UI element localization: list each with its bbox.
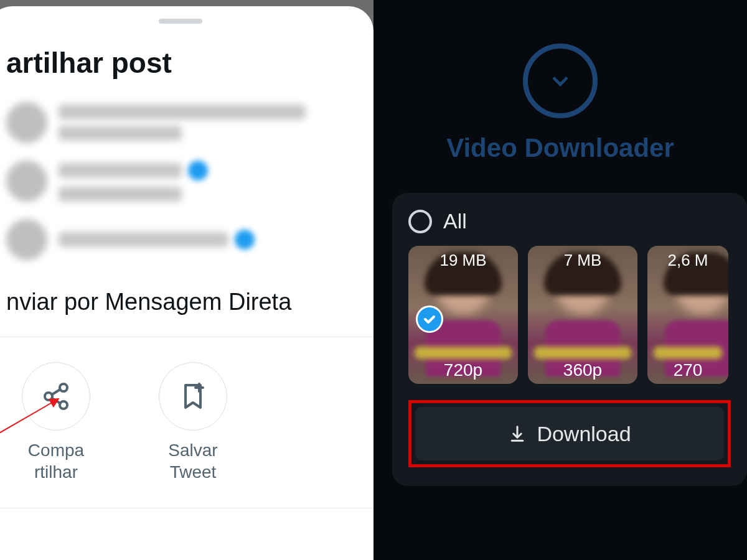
contact-avatar [6,219,47,260]
selected-check-icon [416,306,443,333]
share-actions: Compa rtilhar Salvar Tweet [0,337,374,508]
contact-avatar [6,102,47,143]
save-tweet-label: Salvar Tweet [143,439,243,483]
resolution-label: 270 [647,360,728,380]
bookmark-add-icon [178,381,208,411]
download-circle-icon [523,44,598,118]
file-size-label: 19 MB [408,251,518,270]
contact-row[interactable] [6,219,367,260]
contact-name-blurred [59,232,228,247]
sheet-drag-handle[interactable] [159,19,202,24]
contact-name-blurred [59,163,182,178]
resolution-label: 720p [408,360,518,380]
contact-sub-blurred [59,187,182,202]
download-options-card: All 19 MB 720p 7 MB 360p 2,6 M 270 [392,193,747,486]
file-size-label: 2,6 M [647,251,728,270]
file-size-label: 7 MB [528,251,637,270]
share-via-button[interactable]: Compa rtilhar [6,362,106,483]
contact-row[interactable] [6,102,367,143]
select-all-radio[interactable] [408,210,432,233]
contact-sub-blurred [59,126,182,141]
download-button-highlight: Download [408,400,731,467]
share-sheet: artilhar post [0,6,374,560]
share-sheet-screenshot: artilhar post [0,0,374,560]
contact-avatar [6,161,47,202]
contact-row[interactable] [6,161,367,202]
verified-badge-blurred [235,230,255,250]
share-via-label: Compa rtilhar [6,439,106,483]
quality-option-270p[interactable]: 2,6 M 270 [647,246,728,384]
verified-badge-blurred [188,161,208,180]
app-header: Video Downloader [374,0,747,163]
send-via-dm-button[interactable]: nviar por Mensagem Direta [0,278,374,337]
quality-option-360p[interactable]: 7 MB 360p [528,246,637,384]
quality-thumbnails: 19 MB 720p 7 MB 360p 2,6 M 270 [408,246,731,384]
app-title: Video Downloader [374,133,747,163]
select-all-row[interactable]: All [408,209,731,233]
download-button-label: Download [537,422,631,446]
resolution-label: 360p [528,360,637,380]
download-icon [508,424,527,443]
save-tweet-button[interactable]: Salvar Tweet [143,362,243,483]
contact-name-blurred [59,105,306,119]
download-button[interactable]: Download [415,407,724,460]
quality-option-720p[interactable]: 19 MB 720p [408,246,518,384]
video-downloader-screenshot: Video Downloader All 19 MB 720p 7 MB 360… [374,0,747,560]
select-all-label: All [443,209,467,233]
divider [0,508,374,508]
sheet-title: artilhar post [0,46,374,80]
recent-contacts-list [0,102,374,260]
